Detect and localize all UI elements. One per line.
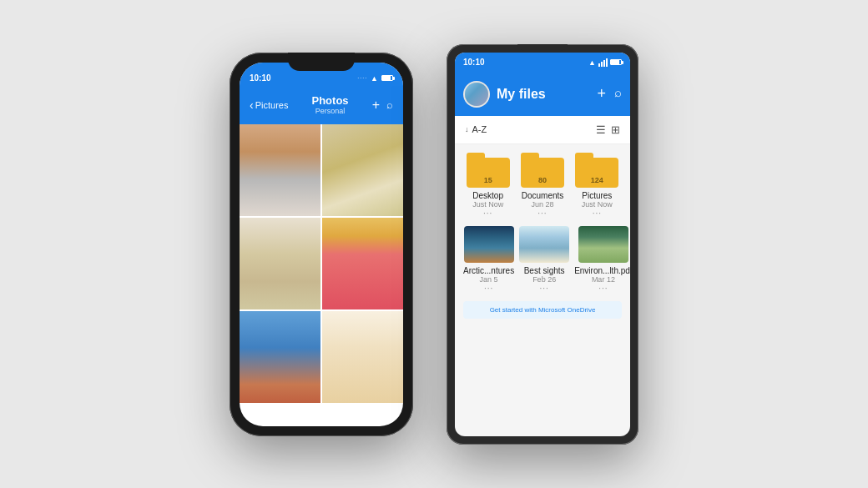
folders-row: 15 Desktop Just Now ··· 80: [463, 153, 622, 218]
folder-documents-name: Documents: [517, 191, 567, 200]
iphone-notch: [288, 53, 355, 71]
folder-pictures-count: 124: [591, 176, 603, 184]
iphone-nav-bar: ‹ Pictures Photos Personal + ⌕: [240, 86, 403, 124]
android-screen: 10:10 ▲: [455, 53, 630, 436]
photo-stairs[interactable]: [322, 124, 403, 216]
folder-documents-icon: 80: [521, 153, 564, 188]
folder-documents-count: 80: [538, 176, 547, 184]
folder-pictures-icon: 124: [575, 153, 618, 188]
file-arctic-dots[interactable]: ···: [463, 284, 514, 293]
grid-view-icon[interactable]: ⊞: [611, 123, 620, 136]
photo-window[interactable]: [240, 218, 320, 309]
iphone-nav-center: Photos Personal: [312, 94, 349, 115]
folder-pictures[interactable]: 124 Pictures Just Now ···: [573, 153, 622, 218]
files-row: Arctic...ntures Jan 5 ··· Best sights Fe…: [463, 226, 622, 293]
iphone-screen: 10:10 ···· ▲ ‹ Pictures Photos Personal: [240, 63, 403, 426]
file-arctic[interactable]: Arctic...ntures Jan 5 ···: [463, 226, 514, 293]
folder-desktop-icon: 15: [467, 153, 510, 188]
android-add-icon[interactable]: +: [597, 85, 606, 103]
photo-blue[interactable]: [240, 311, 320, 403]
file-arctic-thumb: [464, 226, 514, 263]
iphone-back-label: Pictures: [255, 100, 289, 110]
sort-text: A-Z: [472, 124, 487, 134]
android-signal-bars: [598, 58, 608, 67]
sort-arrow-icon: ↓: [465, 125, 469, 133]
folder-body: 80: [521, 158, 564, 188]
file-sights-date: Feb 26: [519, 275, 569, 284]
android-nav-right: + ⌕: [597, 85, 622, 103]
folder-pictures-name: Pictures: [573, 191, 622, 200]
battery-icon: [381, 75, 393, 81]
android-search-icon[interactable]: ⌕: [614, 85, 622, 103]
sort-label[interactable]: ↓ A-Z: [465, 124, 487, 134]
list-view-icon[interactable]: ☰: [596, 123, 606, 136]
android-avatar[interactable]: [463, 81, 490, 108]
folder-body: 124: [575, 158, 618, 188]
folder-desktop[interactable]: 15 Desktop Just Now ···: [463, 153, 512, 218]
android-wifi-icon: ▲: [588, 58, 596, 67]
iphone-signal-dots: ····: [357, 75, 367, 81]
folder-desktop-count: 15: [484, 176, 492, 184]
chevron-left-icon: ‹: [250, 98, 254, 112]
file-environ[interactable]: Environ...lth.pdf Mar 12 ···: [574, 226, 630, 293]
iphone-nav-right: + ⌕: [372, 98, 393, 113]
android-nav-bar: My files + ⌕: [455, 73, 630, 116]
onedrive-banner: Get started with Microsoft OneDrive: [463, 301, 622, 319]
folder-pictures-dots[interactable]: ···: [573, 209, 622, 218]
iphone-status-icons: ···· ▲: [357, 74, 393, 83]
sort-bar: ↓ A-Z ☰ ⊞: [455, 116, 630, 144]
file-environ-thumb: [578, 226, 628, 263]
android-status-bar: 10:10 ▲: [455, 53, 630, 73]
folder-desktop-date: Just Now: [463, 200, 512, 209]
iphone-nav-subtitle: Personal: [312, 107, 349, 115]
android-battery-fill: [611, 60, 619, 64]
folder-pictures-date: Just Now: [573, 200, 622, 209]
file-environ-dots[interactable]: ···: [574, 284, 630, 293]
folder-documents-dots[interactable]: ···: [517, 209, 567, 218]
folder-documents-date: Jun 28: [517, 200, 567, 209]
android-battery-icon: [610, 59, 622, 65]
iphone-back-button[interactable]: ‹ Pictures: [250, 98, 288, 112]
file-arctic-name: Arctic...ntures: [463, 266, 514, 275]
android-time: 10:10: [463, 58, 485, 67]
avatar-image: [465, 83, 488, 106]
photo-grid: [240, 124, 403, 403]
file-sights-dots[interactable]: ···: [519, 284, 569, 293]
file-sights-thumb: [519, 226, 569, 263]
file-sights[interactable]: Best sights Feb 26 ···: [519, 226, 569, 293]
folder-body: 15: [467, 158, 510, 188]
photo-bike[interactable]: [240, 124, 320, 216]
android-device: 10:10 ▲: [447, 44, 638, 445]
folder-documents[interactable]: 80 Documents Jun 28 ···: [517, 153, 567, 218]
iphone-device: 10:10 ···· ▲ ‹ Pictures Photos Personal: [230, 53, 413, 436]
iphone-time: 10:10: [250, 73, 271, 83]
sort-view-icons: ☰ ⊞: [596, 123, 620, 136]
iphone-add-icon[interactable]: +: [372, 98, 380, 113]
photo-door[interactable]: [322, 218, 403, 309]
folder-desktop-name: Desktop: [463, 191, 512, 200]
file-environ-date: Mar 12: [574, 275, 630, 284]
file-arctic-date: Jan 5: [463, 275, 514, 284]
android-status-icons: ▲: [588, 58, 622, 67]
photo-cream[interactable]: [322, 311, 403, 403]
file-sights-name: Best sights: [519, 266, 569, 275]
android-nav-title: My files: [497, 87, 590, 102]
battery-fill: [382, 76, 391, 80]
android-camera-bar: [517, 44, 568, 51]
iphone-nav-title: Photos: [312, 94, 349, 107]
files-content: 15 Desktop Just Now ··· 80: [455, 144, 630, 327]
folder-desktop-dots[interactable]: ···: [463, 209, 512, 218]
iphone-search-icon[interactable]: ⌕: [386, 98, 393, 111]
file-environ-name: Environ...lth.pdf: [574, 266, 630, 275]
wifi-icon: ▲: [371, 74, 378, 83]
